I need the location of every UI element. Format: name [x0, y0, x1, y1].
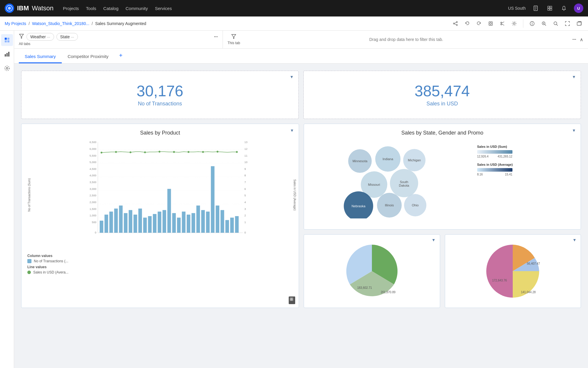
undo-icon[interactable] [463, 19, 471, 28]
product-chart-filter-icon[interactable]: ▼ [290, 128, 294, 133]
scissors-icon[interactable] [498, 19, 507, 28]
svg-rect-85 [129, 210, 132, 233]
filter-funnel-icon[interactable] [19, 34, 24, 40]
legend-column-title: Column values [27, 254, 293, 258]
share-icon[interactable] [451, 19, 460, 28]
svg-point-39 [6, 67, 8, 69]
filter-left-section: Weather ··· State ··· ··· All tabs [14, 31, 223, 48]
weather-chip-more[interactable]: ··· [47, 35, 50, 39]
svg-rect-118 [290, 298, 291, 299]
user-avatar[interactable]: U [574, 4, 583, 13]
svg-point-114 [188, 151, 189, 153]
capture-icon[interactable] [487, 19, 495, 28]
pie-chart-right: ▼ 56,407.47 [445, 234, 581, 308]
breadcrumb: My Projects / Watson_Studio_Think_20180.… [0, 16, 588, 31]
svg-rect-79 [100, 221, 103, 233]
tab-sales-summary[interactable]: Sales Summary [19, 50, 62, 63]
docs-icon[interactable] [532, 4, 540, 12]
svg-text:5: 5 [244, 194, 246, 197]
weather-filter-chip[interactable]: Weather ··· [26, 33, 54, 41]
global-search-icon[interactable] [552, 19, 560, 28]
svg-rect-89 [148, 216, 151, 233]
svg-text:5,500: 5,500 [90, 154, 96, 157]
legend2-gradient [477, 168, 512, 172]
svg-marker-41 [19, 34, 24, 38]
kpi-sales-filter-icon[interactable]: ▼ [572, 74, 576, 79]
bell-icon[interactable] [560, 4, 568, 12]
nav-community[interactable]: Community [126, 5, 148, 12]
sidebar-item-chart[interactable] [1, 48, 13, 60]
svg-point-116 [217, 151, 218, 152]
breadcrumb-my-projects[interactable]: My Projects [5, 21, 26, 26]
kpi-sales-card: ▼ 385,474 Sales in USD [303, 71, 581, 119]
svg-text:4,000: 4,000 [90, 174, 96, 177]
breadcrumb-left: My Projects / Watson_Studio_Think_20180.… [5, 21, 146, 26]
nav-catalog[interactable]: Catalog [103, 5, 118, 12]
svg-point-16 [490, 23, 492, 24]
this-tab-dots[interactable]: ··· [572, 37, 576, 42]
nav-services[interactable]: Services [155, 5, 172, 12]
svg-text:South: South [400, 180, 408, 184]
svg-rect-99 [196, 205, 200, 233]
pie-right-filter-icon[interactable]: ▼ [572, 238, 577, 242]
nav-projects[interactable]: Projects [63, 5, 79, 12]
svg-text:0: 0 [244, 231, 246, 234]
redo-icon[interactable] [475, 19, 483, 28]
legend1-gradient [477, 150, 512, 154]
upper-filter-row: Weather ··· State ··· ··· All tabs [14, 31, 588, 49]
dashboard-content: ▼ 30,176 No of Transactions ▼ 385,474 Sa… [14, 64, 588, 368]
svg-rect-9 [550, 9, 552, 10]
svg-point-117 [236, 151, 238, 153]
breadcrumb-studio[interactable]: Watson_Studio_Think_20180... [32, 21, 89, 26]
collapse-icon[interactable]: ∧ [580, 37, 583, 42]
content-area: Weather ··· State ··· ··· All tabs [14, 31, 588, 368]
kpi-sales-label: Sales in USD [310, 101, 575, 107]
this-tab-label: This tab [228, 41, 240, 45]
grid-icon[interactable] [546, 4, 554, 12]
svg-text:10: 10 [244, 161, 247, 164]
watson-logo-icon [5, 4, 14, 13]
svg-rect-93 [167, 189, 171, 233]
pie-left-filter-icon[interactable]: ▼ [432, 238, 436, 242]
this-tab-filter-icon[interactable] [231, 34, 236, 40]
nav-tools[interactable]: Tools [86, 5, 96, 12]
sidebar-item-settings[interactable] [1, 62, 13, 74]
settings-icon[interactable] [510, 19, 518, 28]
product-chart-legend: Column values No of Transactions (... Li… [21, 251, 299, 279]
svg-marker-42 [232, 34, 236, 39]
filter-bar-dots[interactable]: ··· [214, 34, 218, 39]
state-chip-more[interactable]: ··· [71, 35, 74, 39]
svg-rect-37 [6, 53, 8, 57]
svg-rect-95 [177, 218, 181, 233]
kpi-row: ▼ 30,176 No of Transactions ▼ 385,474 Sa… [21, 71, 581, 119]
svg-rect-100 [201, 210, 205, 233]
pie-right-svg: 56,407.47 141,044.28 172,643.76 [480, 239, 545, 304]
chart-grid-toggle[interactable] [289, 296, 295, 304]
tab-competitor-proximity[interactable]: Competitor Proximity [62, 50, 114, 63]
state-filter-chip[interactable]: State ··· [56, 33, 78, 41]
zoom-search-icon[interactable] [540, 19, 548, 28]
svg-rect-102 [211, 166, 214, 233]
svg-rect-35 [7, 40, 9, 42]
bubble-legend2-title: Sales in USD (Average) [477, 163, 575, 166]
logo[interactable]: IBM Watson [5, 4, 54, 13]
sidebar-item-data[interactable] [1, 34, 13, 46]
svg-point-12 [456, 24, 457, 26]
sales-by-product-title: Sales by Product [21, 124, 299, 139]
tab-add-button[interactable]: + [114, 49, 127, 63]
svg-rect-32 [5, 38, 7, 40]
svg-rect-90 [153, 214, 156, 233]
svg-text:5,000: 5,000 [90, 161, 96, 164]
svg-line-14 [455, 24, 456, 25]
svg-rect-33 [7, 38, 9, 40]
y-axis-right-label: Sales in USD (Average) [293, 179, 297, 210]
drag-drop-text: Drag and drop data here to filter this t… [244, 37, 569, 42]
state-chart-filter-icon[interactable]: ▼ [572, 128, 576, 133]
svg-rect-36 [5, 54, 6, 57]
expand-icon[interactable] [563, 19, 572, 28]
info-icon[interactable] [528, 19, 536, 28]
new-tab-icon[interactable] [575, 19, 583, 28]
svg-point-111 [144, 151, 146, 153]
legend-line-title: Line values [27, 265, 293, 269]
kpi-transactions-filter-icon[interactable]: ▼ [290, 74, 294, 79]
